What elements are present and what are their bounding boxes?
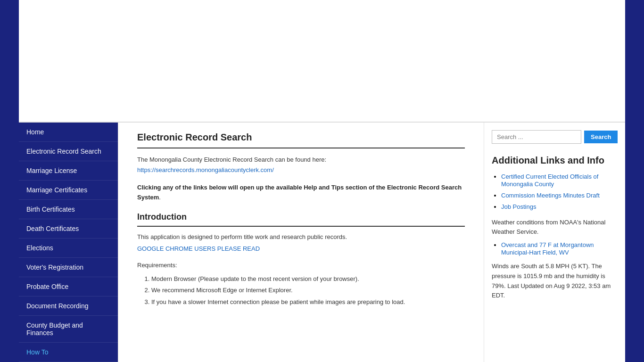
header-banner	[19, 0, 625, 123]
sidebar-item-marriage-license[interactable]: Marriage License	[19, 161, 118, 181]
additional-link-3[interactable]: Job Postings	[501, 203, 536, 210]
weather-detail: Winds are South at 5.8 MPH (5 KT). The p…	[492, 262, 618, 301]
link-item-2: Commission Meetings Minutes Draft	[501, 191, 618, 199]
section-title: Introduction	[137, 212, 465, 227]
weather-intro: Weather conditions from NOAA's National …	[492, 218, 618, 236]
requirements-label: Requirements:	[137, 262, 465, 269]
main-content: Electronic Record Search The Monongalia …	[118, 123, 484, 362]
sidebar-item-document-recording[interactable]: Document Recording	[19, 296, 118, 316]
weather-link-item: Overcast and 77 F at Morgantown Municipa…	[501, 241, 618, 256]
sidebar-item-voters-registration[interactable]: Voter's Registration	[19, 258, 118, 277]
requirement-2: We recommend Microsoft Edge or Internet …	[151, 285, 465, 296]
help-text: Clicking any of the links below will ope…	[137, 183, 465, 203]
weather-link[interactable]: Overcast and 77 F at Morgantown Municipa…	[501, 241, 594, 256]
search-box: Search	[492, 130, 618, 144]
sidebar-item-how-to[interactable]: How To	[19, 343, 118, 362]
sidebar-item-home[interactable]: Home	[19, 123, 118, 142]
page-title: Electronic Record Search	[137, 132, 465, 148]
section-desc: This application is designed to perform …	[137, 233, 465, 240]
additional-links-title: Additional Links and Info	[492, 155, 618, 166]
additional-links-list: Certified Current Elected Officials of M…	[492, 173, 618, 210]
search-button[interactable]: Search	[584, 131, 618, 143]
weather-list: Overcast and 77 F at Morgantown Municipa…	[492, 241, 618, 256]
sidebar-item-county-budget[interactable]: County Budget and Finances	[19, 316, 118, 343]
sidebar: Home Electronic Record Search Marriage L…	[19, 123, 118, 362]
sidebar-item-birth-certificates[interactable]: Birth Certificates	[19, 200, 118, 219]
sidebar-item-elections[interactable]: Elections	[19, 239, 118, 258]
intro-link[interactable]: https://searchrecords.monongaliacountycl…	[137, 166, 274, 173]
additional-link-2[interactable]: Commission Meetings Minutes Draft	[501, 192, 600, 199]
search-input[interactable]	[492, 130, 581, 144]
link-item-1: Certified Current Elected Officials of M…	[501, 173, 618, 188]
help-text-bold: Clicking any of the links below will ope…	[137, 184, 462, 201]
right-sidebar: Search Additional Links and Info Certifi…	[484, 123, 625, 362]
chrome-users-link[interactable]: GOOGLE CHROME USERS PLEASE READ	[137, 245, 465, 252]
sidebar-item-death-certificates[interactable]: Death Certificates	[19, 219, 118, 239]
help-text-suffix: .	[159, 194, 161, 201]
requirement-3: If you have a slower Internet connection…	[151, 296, 465, 308]
additional-link-1[interactable]: Certified Current Elected Officials of M…	[501, 173, 598, 188]
requirement-1: Modern Browser (Please update to the mos…	[151, 273, 465, 285]
sidebar-item-marriage-certificates[interactable]: Marriage Certificates	[19, 181, 118, 200]
requirements-list: Modern Browser (Please update to the mos…	[137, 273, 465, 308]
intro-text: The Monongalia County Electronic Record …	[137, 156, 465, 163]
sidebar-item-probate-office[interactable]: Probate Office	[19, 277, 118, 296]
link-item-3: Job Postings	[501, 203, 618, 210]
sidebar-item-electronic-record-search[interactable]: Electronic Record Search	[19, 142, 118, 161]
